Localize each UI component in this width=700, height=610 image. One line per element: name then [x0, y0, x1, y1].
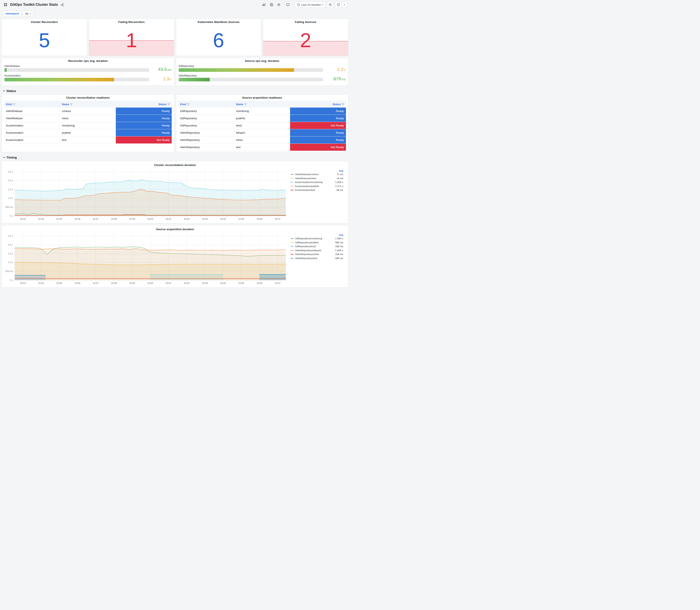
grafana-dashboard: GitOps Toolkit Cluster Stats	[0, 0, 350, 290]
timeseries-panel: Source acquisition duration 15:5315:5415…	[2, 225, 348, 288]
series-color-swatch	[291, 174, 294, 175]
variable-namespace-value: All	[25, 12, 28, 15]
column-header-status[interactable]: Status	[116, 101, 172, 108]
timeseries-plot[interactable]: 15:5315:5415:5515:5615:5715:5815:5916:00…	[3, 232, 288, 286]
column-header-name[interactable]: Name	[60, 101, 116, 108]
svg-text:0 s: 0 s	[10, 279, 13, 282]
svg-text:15:59: 15:59	[129, 282, 135, 284]
cell-kind: HelmRelease	[4, 115, 60, 122]
table-row: HelmRepositoryminioReady	[178, 137, 346, 144]
svg-text:16:01: 16:01	[165, 282, 172, 284]
svg-text:2.5 s: 2.5 s	[8, 171, 13, 173]
svg-text:1.0 s: 1.0 s	[8, 261, 13, 263]
legend-item[interactable]: GitRepository/test2338 ms	[291, 244, 343, 248]
series-avg-value: 338 ms	[332, 245, 343, 247]
status-badge: Not Ready	[116, 137, 172, 143]
table-body: GitRepositorymonitoringReadyGitRepositor…	[178, 108, 346, 151]
zoom-out-time-button[interactable]	[327, 1, 333, 8]
column-header-status[interactable]: Status	[290, 101, 346, 108]
time-range-picker[interactable]: Last 15 minutes ▾	[295, 1, 326, 8]
legend-item[interactable]: HelmRepository/minio108 ms	[291, 252, 343, 256]
svg-text:16:04: 16:04	[220, 218, 226, 220]
dashboard-title: GitOps Toolkit Cluster Stats	[10, 2, 58, 7]
table-body: HelmReleasecontourReadyHelmReleaseminioR…	[4, 108, 172, 144]
column-header-kind[interactable]: Kind	[4, 101, 60, 108]
legend-item[interactable]: HelmRelease/minio16 ms	[291, 176, 343, 180]
gauge-label: GitRepository	[179, 65, 323, 68]
gauge-bar	[4, 68, 6, 72]
status-badge: Not Ready	[290, 122, 346, 129]
gauge-track	[4, 78, 149, 81]
cell-name: test	[234, 144, 290, 151]
legend-item[interactable]: Kustomization/podinfo1.071 s	[291, 184, 343, 188]
legend-item[interactable]: HelmRepository/bitnami1.695 s	[291, 248, 343, 253]
legend-item[interactable]: HelmRelease/contour71 ms	[291, 172, 343, 176]
save-dashboard-button[interactable]	[269, 2, 274, 7]
svg-text:1.5 s: 1.5 s	[8, 188, 13, 191]
column-header-name[interactable]: Name	[234, 101, 290, 108]
filter-icon[interactable]	[13, 103, 15, 106]
table-header: KindNameStatus	[178, 101, 346, 108]
svg-text:2.0 s: 2.0 s	[8, 179, 13, 182]
status-badge: Ready	[116, 115, 172, 122]
svg-text:16:00: 16:00	[147, 218, 153, 220]
svg-text:16:06: 16:06	[257, 218, 262, 220]
series-color-swatch	[291, 258, 294, 259]
gauge-bar	[4, 78, 114, 81]
refresh-button[interactable]	[335, 1, 342, 8]
filter-icon[interactable]	[244, 103, 247, 106]
svg-text:15:55: 15:55	[56, 282, 62, 284]
panel-title: Cluster reconciliation readiness	[4, 95, 172, 100]
svg-text:16:03: 16:03	[202, 218, 208, 220]
legend-item[interactable]: GitRepository/podinfo980 ms	[291, 241, 343, 245]
legend-item[interactable]: Kustomization/test84 ms	[291, 188, 343, 192]
cell-name: minio	[60, 115, 116, 122]
cell-name: test	[60, 137, 116, 143]
series-name: HelmRelease/minio	[295, 177, 332, 180]
clock-icon	[297, 3, 300, 6]
stat-value: 2	[300, 30, 311, 50]
legend-item[interactable]: Kustomization/monitoring1.605 s	[291, 180, 343, 184]
table-panels-row: Cluster reconciliation readiness KindNam…	[2, 94, 348, 152]
status-badge: Not Ready	[290, 144, 346, 151]
timeseries-plot[interactable]: 15:5315:5415:5515:5615:5715:5815:5916:00…	[3, 168, 288, 222]
timeseries-panel: Cluster reconciliation duration 15:5315:…	[2, 161, 348, 223]
status-badge: Ready	[290, 137, 346, 143]
dashboard-settings-button[interactable]	[276, 2, 281, 7]
filter-icon[interactable]	[187, 103, 189, 106]
cell-status: Not Ready	[290, 144, 346, 151]
filter-icon[interactable]	[70, 103, 72, 106]
filter-icon[interactable]	[167, 103, 170, 106]
cycle-view-mode-button[interactable]	[284, 1, 292, 8]
cell-name: podinfo	[60, 129, 116, 136]
variable-namespace-label[interactable]: namespace	[3, 11, 21, 17]
series-avg-value: 1.071 s	[332, 185, 343, 188]
variable-namespace-select[interactable]: All ▾	[23, 11, 33, 17]
series-color-swatch	[291, 254, 294, 255]
dashboard-variables: namespace All ▾	[0, 9, 350, 19]
legend-item[interactable]: HelmRepository/test289 ms	[291, 256, 343, 260]
series-name: HelmRelease/contour	[295, 173, 332, 176]
add-panel-button[interactable]	[261, 2, 267, 7]
panel-title: Failing Reconcilers	[89, 19, 174, 25]
share-dashboard-icon[interactable]	[60, 2, 65, 7]
svg-text:15:54: 15:54	[38, 218, 44, 220]
cell-kind: GitRepository	[178, 108, 234, 115]
section-row-timing[interactable]: Timing	[2, 154, 348, 161]
chart-legend: avgHelmRelease/contour71 msHelmRelease/m…	[288, 168, 345, 222]
section-row-status[interactable]: Status	[2, 87, 348, 94]
legend-avg-header[interactable]: avg	[291, 233, 343, 237]
legend-item[interactable]: GitRepository/monitoring1.594 s	[291, 237, 343, 241]
refresh-interval-dropdown[interactable]: ▾	[342, 1, 347, 8]
series-color-swatch	[291, 190, 294, 190]
series-avg-value: 1.605 s	[332, 181, 343, 183]
legend-avg-header[interactable]: avg	[291, 169, 343, 172]
dashboards-grid-icon[interactable]	[3, 2, 8, 7]
svg-text:16:05: 16:05	[238, 282, 244, 284]
status-badge: Ready	[290, 115, 346, 122]
chevron-down-icon	[3, 157, 5, 158]
stat-panel: Cluster Reconcilers 5	[2, 19, 87, 56]
series-color-swatch	[291, 182, 294, 182]
filter-icon[interactable]	[342, 103, 344, 106]
column-header-kind[interactable]: Kind	[178, 101, 234, 108]
